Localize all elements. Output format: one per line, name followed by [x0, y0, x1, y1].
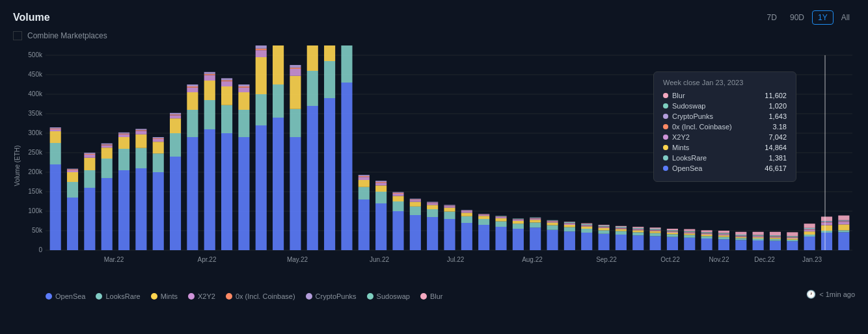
- svg-rect-272: [701, 236, 712, 238]
- svg-rect-259: [667, 231, 678, 232]
- svg-rect-280: [718, 237, 729, 240]
- btn-7d[interactable]: 7D: [762, 11, 782, 24]
- svg-rect-71: [187, 137, 198, 250]
- svg-rect-52: [118, 133, 129, 134]
- legend-item: Mints: [151, 292, 178, 300]
- tooltip-item: CryptoPunks 1,643: [663, 112, 787, 120]
- svg-rect-293: [735, 235, 746, 235]
- svg-rect-59: [153, 172, 164, 250]
- svg-rect-267: [684, 232, 695, 233]
- svg-rect-39: [84, 154, 95, 155]
- svg-rect-286: [718, 231, 729, 233]
- page-title: Volume: [13, 12, 50, 23]
- btn-1y[interactable]: 1Y: [812, 10, 834, 25]
- svg-rect-189: [513, 220, 524, 221]
- svg-rect-88: [221, 78, 232, 80]
- svg-rect-93: [238, 86, 249, 88]
- svg-text:250k: 250k: [28, 149, 43, 156]
- btn-90d[interactable]: 90D: [785, 11, 809, 24]
- svg-rect-180: [495, 222, 506, 227]
- svg-rect-113: [307, 106, 318, 250]
- svg-rect-333: [821, 221, 832, 222]
- svg-rect-242: [632, 229, 644, 230]
- svg-rect-145: [392, 196, 403, 201]
- svg-rect-206: [547, 220, 558, 221]
- svg-rect-135: [359, 176, 370, 177]
- svg-rect-188: [513, 221, 524, 224]
- svg-rect-194: [530, 222, 541, 227]
- combine-label: Combine Marketplaces: [27, 31, 107, 40]
- svg-rect-34: [67, 169, 78, 170]
- svg-rect-252: [650, 229, 661, 230]
- svg-rect-325: [804, 228, 815, 229]
- svg-text:450k: 450k: [28, 71, 43, 78]
- svg-rect-310: [770, 232, 781, 235]
- btn-all[interactable]: All: [836, 11, 855, 24]
- svg-rect-218: [581, 225, 592, 226]
- svg-rect-201: [547, 225, 558, 230]
- update-text: < 1min ago: [819, 290, 855, 298]
- svg-rect-226: [599, 227, 610, 228]
- svg-rect-275: [701, 233, 712, 234]
- svg-rect-163: [444, 208, 455, 212]
- svg-rect-167: [461, 223, 472, 250]
- svg-rect-317: [787, 236, 798, 237]
- svg-rect-92: [238, 88, 249, 92]
- svg-rect-83: [221, 133, 232, 250]
- svg-rect-35: [84, 188, 95, 250]
- svg-rect-144: [392, 201, 403, 211]
- svg-rect-285: [718, 233, 729, 234]
- svg-text:300k: 300k: [28, 129, 43, 136]
- svg-rect-322: [804, 230, 815, 231]
- svg-rect-37: [84, 158, 95, 170]
- svg-rect-164: [444, 206, 455, 207]
- svg-rect-108: [290, 109, 301, 137]
- svg-rect-186: [513, 229, 524, 250]
- tooltip-title: Week close Jan 23, 2023: [663, 79, 787, 86]
- legend-item: OpenSea: [46, 292, 85, 300]
- svg-rect-56: [135, 131, 146, 134]
- svg-rect-114: [307, 71, 318, 106]
- svg-rect-323: [804, 229, 815, 230]
- svg-rect-314: [787, 238, 798, 238]
- svg-rect-87: [221, 80, 232, 81]
- svg-rect-340: [838, 220, 849, 221]
- svg-rect-290: [735, 236, 746, 237]
- svg-rect-255: [667, 237, 678, 250]
- svg-rect-150: [410, 207, 421, 215]
- legend-item: Sudoswap: [367, 292, 410, 300]
- svg-rect-125: [341, 83, 352, 250]
- svg-rect-295: [753, 240, 764, 250]
- svg-rect-192: [513, 218, 524, 219]
- svg-rect-263: [684, 238, 695, 250]
- svg-rect-45: [102, 144, 113, 145]
- svg-rect-133: [359, 180, 370, 187]
- svg-rect-281: [718, 235, 729, 237]
- svg-rect-253: [650, 229, 661, 229]
- svg-rect-168: [461, 216, 472, 223]
- svg-rect-169: [461, 212, 472, 216]
- svg-rect-62: [153, 139, 164, 142]
- svg-rect-160: [427, 202, 438, 203]
- svg-rect-190: [513, 220, 524, 220]
- svg-rect-320: [804, 235, 815, 237]
- svg-rect-148: [392, 192, 403, 193]
- combine-checkbox[interactable]: [13, 31, 22, 40]
- svg-text:Mar.22: Mar.22: [104, 256, 124, 263]
- svg-text:500k: 500k: [28, 51, 43, 58]
- svg-rect-182: [495, 217, 506, 218]
- svg-rect-298: [753, 237, 764, 237]
- svg-rect-99: [256, 49, 267, 50]
- svg-rect-132: [359, 187, 370, 199]
- svg-text:50k: 50k: [32, 227, 43, 234]
- svg-rect-159: [427, 203, 438, 203]
- svg-rect-153: [410, 199, 421, 200]
- svg-rect-319: [804, 237, 815, 250]
- time-buttons-group: 7D 90D 1Y All: [762, 10, 855, 25]
- svg-rect-313: [787, 238, 798, 240]
- svg-rect-156: [427, 209, 438, 217]
- svg-rect-250: [650, 230, 661, 231]
- tooltip-rows: Blur 11,602 Sudoswap 1,020 CryptoPunks 1…: [663, 92, 787, 172]
- svg-rect-157: [427, 205, 438, 209]
- svg-rect-305: [770, 238, 781, 239]
